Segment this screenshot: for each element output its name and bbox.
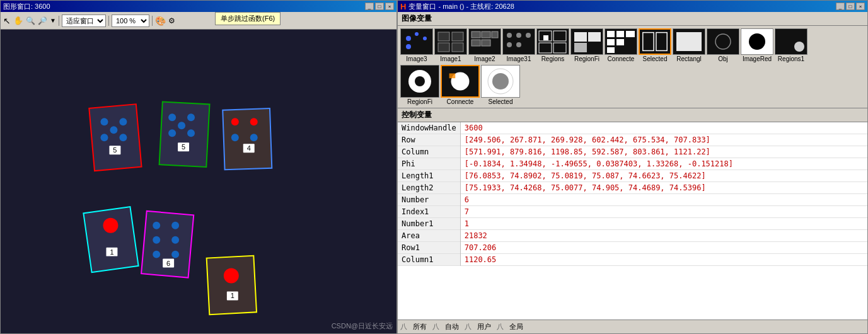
var-name: Row <box>398 134 460 146</box>
table-row[interactable]: Row [249.506, 267.871, 269.928, 602.442,… <box>398 134 867 146</box>
svg-point-10 <box>168 113 176 121</box>
thumb-image3[interactable]: Image3 <box>400 28 433 62</box>
svg-marker-72 <box>574 43 587 52</box>
minimize-btn[interactable]: _ <box>365 3 374 10</box>
right-minimize-btn[interactable]: _ <box>836 3 845 10</box>
thumb-label-rectangl: Rectangl <box>676 55 701 62</box>
table-row[interactable]: WindowHandle 3600 <box>398 122 867 134</box>
table-row[interactable]: Column [571.991, 879.816, 1198.85, 592.5… <box>398 146 867 158</box>
thumb-label-image3: Image3 <box>406 55 427 62</box>
svg-point-62 <box>516 42 521 47</box>
thumb-regionfi[interactable]: RegionFi <box>570 28 603 62</box>
table-row[interactable]: Number 6 <box>398 194 867 206</box>
settings-icon[interactable]: ⚙ <box>168 16 175 25</box>
svg-point-3 <box>119 118 127 125</box>
table-row[interactable]: Length1 [76.0853, 74.8902, 75.0819, 75.0… <box>398 170 867 182</box>
var-value: [-0.1834, 1.34948, -1.49655, 0.0387403, … <box>460 158 867 170</box>
thumb-imagered[interactable]: ImageRed <box>741 28 773 62</box>
thumb-selected2[interactable]: Selected <box>481 65 520 105</box>
svg-point-43 <box>406 44 411 49</box>
var-value: 707.206 <box>460 242 867 254</box>
tab-global[interactable]: 全局 <box>505 321 528 333</box>
table-row[interactable]: Area 21832 <box>398 230 867 242</box>
thumb-img2-selected <box>481 65 520 98</box>
thumb-image31[interactable]: Image31 <box>502 28 535 62</box>
var-value: 1120.65 <box>460 254 867 266</box>
zoom-out-icon[interactable]: 🔎 <box>38 16 47 25</box>
svg-rect-48 <box>438 43 449 52</box>
tab-user[interactable]: 用户 <box>473 321 495 333</box>
thumb-img-image31 <box>502 28 535 55</box>
table-row[interactable]: Length2 [75.1933, 74.4268, 75.0077, 74.9… <box>398 182 867 194</box>
watermark: CSDN@日近长安远 <box>332 321 393 331</box>
color-icon[interactable]: 🎨 <box>155 16 166 26</box>
thumb-img-connecte <box>605 28 637 55</box>
thumb-image2[interactable]: Image2 <box>468 28 501 62</box>
right-variable-window: H 变量窗口 - main () - 主线程: 20628 _ □ × 图像变量 <box>397 0 868 334</box>
thumb-connecte2[interactable]: Connecte <box>441 65 480 105</box>
var-value: 7 <box>460 206 867 218</box>
thumb-regionfi2[interactable]: RegionFi <box>400 65 439 105</box>
svg-rect-96 <box>449 73 456 78</box>
table-row[interactable]: Column1 1120.65 <box>398 254 867 266</box>
thumb-label-regions: Regions <box>541 55 565 62</box>
thumb-regions1[interactable]: Regions1 <box>775 28 807 62</box>
table-row[interactable]: Row1 707.206 <box>398 242 867 254</box>
var-value: 1 <box>460 218 867 230</box>
svg-rect-80 <box>640 30 670 54</box>
var-value: 3600 <box>460 122 867 134</box>
svg-point-13 <box>187 129 195 137</box>
fit-window-select[interactable]: 适应窗口 <box>62 14 106 27</box>
step-over-button[interactable]: 单步跳过函数(F6) <box>215 12 281 25</box>
svg-text:1: 1 <box>110 248 113 256</box>
svg-rect-79 <box>607 47 615 53</box>
thumb-obj[interactable]: Obj <box>707 28 739 62</box>
thumb-image1[interactable]: Image1 <box>434 28 467 62</box>
thumb-label2-selected: Selected <box>489 98 513 105</box>
maximize-btn[interactable]: □ <box>375 3 384 10</box>
thumb-img2-regionfi <box>400 65 439 98</box>
thumb-rectangl[interactable]: Rectangl <box>673 28 705 62</box>
tab-all[interactable]: 所有 <box>408 321 431 333</box>
svg-rect-1 <box>89 104 141 171</box>
zoom-in-icon[interactable]: 🔍 <box>26 16 35 25</box>
thumb-img-obj <box>707 28 739 55</box>
thumb-regions[interactable]: Regions <box>536 28 569 62</box>
tab-auto[interactable]: 自动 <box>441 321 463 333</box>
thumb-connecte[interactable]: Connecte <box>605 28 637 62</box>
svg-point-20 <box>231 134 239 141</box>
svg-point-14 <box>178 122 185 129</box>
table-row[interactable]: Number1 1 <box>398 218 867 230</box>
svg-rect-56 <box>482 40 490 46</box>
svg-point-88 <box>749 33 765 50</box>
variables-section: WindowHandle 3600 Row [249.506, 267.871,… <box>398 122 867 320</box>
var-name: Number <box>398 194 460 206</box>
hand-icon[interactable]: ✋ <box>13 16 23 25</box>
svg-point-99 <box>492 73 509 89</box>
zoom-dropdown-icon[interactable]: ▼ <box>50 17 56 24</box>
thumb-label-regionfi: RegionFi <box>574 55 599 62</box>
thumbnail-row-2: RegionFi Connecte <box>400 65 865 105</box>
pointer-icon[interactable]: ↖ <box>3 16 11 26</box>
close-btn[interactable]: × <box>385 3 394 10</box>
zoom-select[interactable]: 100 % <box>112 14 149 27</box>
svg-rect-75 <box>616 31 624 37</box>
svg-rect-17 <box>223 108 272 170</box>
image-strip: Image3 Image1 <box>398 26 867 108</box>
thumb-selected[interactable]: Selected <box>639 28 671 62</box>
thumb-label-image2: Image2 <box>474 55 495 62</box>
thumb-img-regionfi <box>570 28 603 55</box>
thumb-img-regions1 <box>775 28 807 55</box>
svg-point-44 <box>415 32 419 36</box>
svg-point-60 <box>526 33 531 38</box>
svg-point-19 <box>250 118 258 125</box>
thumb-img2-connecte <box>441 65 480 98</box>
svg-rect-84 <box>676 32 702 51</box>
table-row[interactable]: Index1 7 <box>398 206 867 218</box>
right-restore-btn[interactable]: □ <box>846 3 855 10</box>
right-close-btn[interactable]: × <box>856 3 865 10</box>
table-row[interactable]: Phi [-0.1834, 1.34948, -1.49655, 0.03874… <box>398 158 867 170</box>
svg-rect-55 <box>472 40 480 46</box>
thumb-label-imagered: ImageRed <box>743 55 772 62</box>
svg-point-31 <box>153 236 160 244</box>
